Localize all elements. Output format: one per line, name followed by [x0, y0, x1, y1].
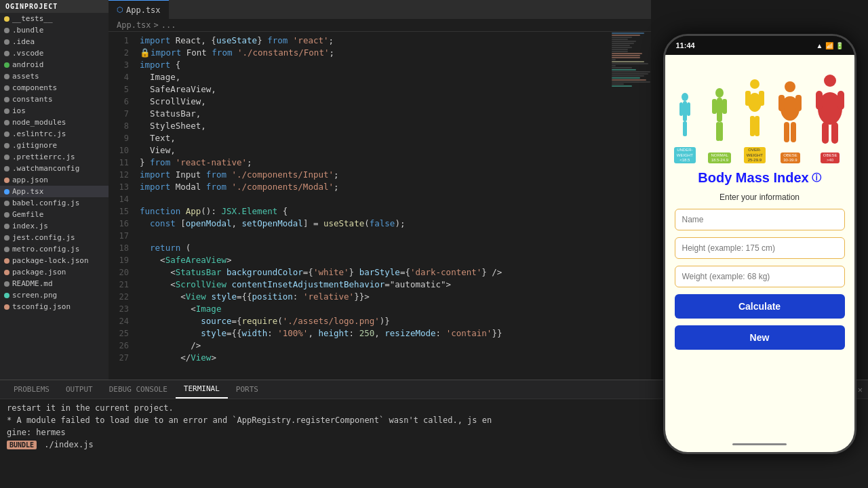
svg-point-0	[682, 93, 688, 101]
folder-icon	[4, 39, 9, 45]
svg-rect-21	[795, 95, 802, 111]
svg-rect-27	[837, 91, 844, 110]
tab-debug-console[interactable]: DEBUG CONSOLE	[108, 380, 176, 399]
svg-rect-14	[745, 91, 751, 106]
bmi-content-area: Body Mass Index ⓘ Enter your information…	[665, 163, 854, 436]
bmi-subtitle: Enter your information	[675, 192, 845, 202]
sidebar-item-readme[interactable]: README.md	[0, 278, 108, 289]
sidebar-item-vscode[interactable]: .vscode	[0, 47, 108, 59]
sidebar-item-screen[interactable]: screen.png	[0, 289, 108, 301]
file-icon	[4, 247, 9, 252]
svg-rect-1	[683, 101, 687, 121]
folder-icon	[4, 16, 9, 22]
sidebar-item-metro[interactable]: metro.config.js	[0, 243, 108, 255]
bmi-badge-overweight: OVER-WEIGHT25-29.9	[744, 147, 766, 163]
sidebar-item-package[interactable]: package.json	[0, 266, 108, 278]
svg-rect-3	[687, 102, 690, 116]
sidebar-item-apptsx[interactable]: App.tsx	[0, 186, 108, 197]
info-icon[interactable]: ⓘ	[812, 172, 821, 184]
svg-rect-5	[684, 121, 687, 136]
terminal-bundle-line: BUNDLE ./index.js	[108, 439, 651, 451]
phone-status-bar: 11:44 ▲ 📶 🔋	[665, 36, 854, 55]
bmi-figures-row: UNDER-WEIGHT<18.5 NORMAL18.5-24.9	[665, 55, 854, 163]
terminal-line: gine: hermes	[108, 426, 651, 439]
sidebar-item-package-lock[interactable]: package-lock.json	[0, 255, 108, 266]
svg-rect-11	[719, 122, 723, 141]
bmi-badge-normal: NORMAL18.5-24.9	[708, 152, 731, 163]
phone-time: 11:44	[676, 41, 695, 49]
body-svg-normal	[711, 87, 728, 151]
svg-rect-15	[759, 91, 764, 106]
body-svg-overweight	[745, 78, 765, 146]
folder-icon	[4, 62, 9, 68]
phone-home-bar	[665, 436, 854, 452]
project-title: OGINPROJECT	[0, 0, 108, 13]
sidebar-item-tests[interactable]: __tests__	[0, 13, 108, 24]
tab-ports[interactable]: PORTS	[228, 380, 267, 399]
sidebar-item-tsconfig[interactable]: tsconfig.json	[0, 301, 108, 312]
body-svg-obese2	[815, 73, 845, 151]
new-button[interactable]: New	[675, 325, 845, 350]
bmi-figure-underweight: UNDER-WEIGHT<18.5	[674, 92, 696, 163]
folder-icon	[4, 28, 9, 33]
svg-point-24	[824, 75, 836, 87]
svg-rect-20	[778, 95, 785, 111]
file-icon	[4, 304, 9, 310]
calculate-button[interactable]: Calculate	[675, 294, 845, 319]
sidebar-item-watchman[interactable]: .watchmanconfig	[0, 163, 108, 174]
sidebar-item-babel[interactable]: babel.config.js	[0, 197, 108, 209]
sidebar-item-index[interactable]: index.js	[0, 220, 108, 232]
svg-rect-28	[822, 122, 829, 144]
sidebar-item-appjson[interactable]: app.json	[0, 174, 108, 186]
svg-point-12	[750, 79, 760, 89]
terminal-tab-bar: PROBLEMS OUTPUT DEBUG CONSOLE TERMINAL P…	[108, 380, 651, 399]
file-icon	[4, 131, 9, 137]
svg-point-6	[715, 88, 724, 98]
bmi-badge-obese2: OBESE>40	[821, 152, 840, 163]
file-icon	[4, 155, 9, 160]
file-icon	[4, 270, 9, 275]
file-icon	[4, 258, 9, 264]
editor-tab-apptsx[interactable]: ⬡ App.tsx	[108, 0, 169, 19]
terminal-line: restart it in the current project.	[108, 402, 651, 414]
sidebar-item-gemfile[interactable]: Gemfile	[0, 209, 108, 220]
terminal-line: * A module failed to load due to an erro…	[108, 414, 651, 426]
sidebar-item-eslintrc[interactable]: .eslintrc.js	[0, 128, 108, 140]
terminal-content: restart it in the current project. * A m…	[108, 399, 651, 488]
svg-rect-7	[717, 98, 722, 122]
sidebar-item-ios[interactable]: ios	[0, 105, 108, 117]
sidebar-item-bundle[interactable]: .bundle	[0, 24, 108, 36]
svg-rect-17	[755, 116, 760, 136]
sidebar-item-prettierrc[interactable]: .prettierrc.js	[0, 151, 108, 163]
name-input[interactable]	[675, 209, 845, 230]
phone-screen: UNDER-WEIGHT<18.5 NORMAL18.5-24.9	[665, 55, 854, 436]
weight-input[interactable]	[675, 266, 845, 287]
sidebar-item-constants[interactable]: constants	[0, 94, 108, 105]
folder-icon	[4, 120, 9, 125]
sidebar-item-node-modules[interactable]: node_modules	[0, 117, 108, 128]
folder-icon	[4, 108, 9, 114]
file-icon	[4, 281, 9, 287]
svg-point-18	[785, 81, 795, 92]
svg-rect-23	[791, 122, 796, 142]
sidebar-item-idea[interactable]: .idea	[0, 36, 108, 47]
file-icon	[4, 235, 9, 241]
sidebar-item-gitignore[interactable]: .gitignore	[0, 140, 108, 151]
bmi-badge-obese1: OBESE30-39.9	[781, 152, 800, 163]
breadcrumb: App.tsx > ...	[108, 19, 651, 32]
bmi-badge-underweight: UNDER-WEIGHT<18.5	[674, 147, 696, 163]
folder-icon	[4, 97, 9, 102]
tab-terminal[interactable]: TERMINAL	[176, 380, 228, 399]
folder-icon	[4, 74, 9, 79]
bmi-figure-overweight: OVER-WEIGHT25-29.9	[744, 78, 766, 163]
file-icon	[4, 212, 9, 218]
height-input[interactable]	[675, 237, 845, 259]
sidebar-item-jest[interactable]: jest.config.js	[0, 232, 108, 243]
sidebar-item-components[interactable]: components	[0, 82, 108, 94]
sidebar-item-assets[interactable]: assets	[0, 70, 108, 82]
body-svg-obese1	[778, 80, 802, 151]
home-bar-indicator	[732, 443, 787, 445]
file-icon	[4, 293, 9, 298]
sidebar-item-android[interactable]: android	[0, 59, 108, 70]
file-icon	[4, 166, 9, 171]
